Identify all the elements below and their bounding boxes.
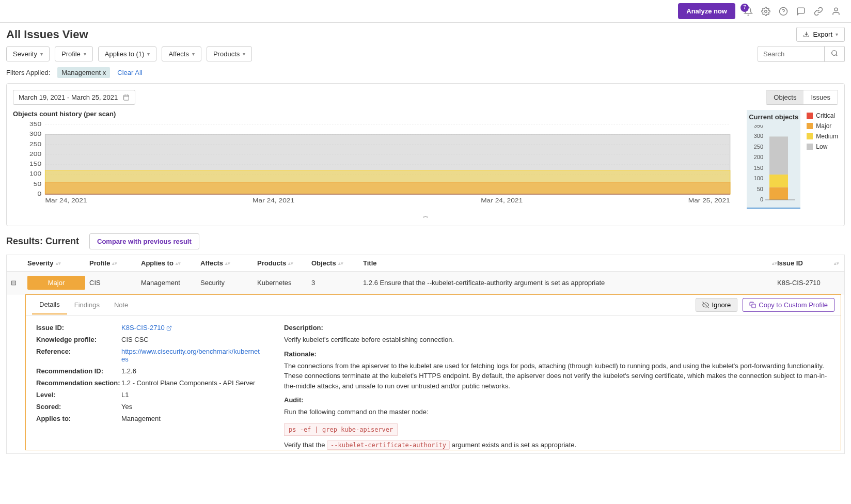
clear-all-link[interactable]: Clear All bbox=[117, 69, 142, 76]
svg-text:150: 150 bbox=[29, 161, 41, 167]
applied-label: Filters Applied: bbox=[6, 69, 50, 76]
history-chart: Objects count history (per scan) 0501001… bbox=[13, 110, 736, 209]
svg-point-3 bbox=[834, 8, 838, 11]
col-severity[interactable]: Severity▴▾ bbox=[27, 259, 89, 267]
analyze-button[interactable]: Analyze now bbox=[678, 3, 735, 19]
svg-line-51 bbox=[169, 326, 171, 328]
ignore-button[interactable]: Ignore bbox=[696, 298, 737, 312]
svg-rect-45 bbox=[769, 187, 788, 200]
argument-code: --kubelet-certificate-authority bbox=[327, 440, 450, 450]
gear-icon[interactable] bbox=[761, 7, 770, 16]
svg-text:0: 0 bbox=[37, 191, 41, 197]
external-link-icon bbox=[166, 325, 172, 331]
notifications-icon[interactable]: 7 bbox=[744, 7, 753, 16]
collapse-row-icon[interactable]: ⊟ bbox=[11, 279, 27, 287]
search-icon bbox=[831, 50, 838, 57]
filter-chip-management[interactable]: Management x bbox=[57, 67, 110, 78]
results-title: Results: Current bbox=[6, 236, 79, 247]
svg-text:250: 250 bbox=[754, 144, 763, 150]
svg-point-5 bbox=[832, 51, 837, 55]
svg-marker-29 bbox=[45, 182, 730, 194]
issue-id-link[interactable]: K8S-CIS-2710 bbox=[121, 324, 165, 332]
col-issue-id[interactable]: Issue ID▴▾ bbox=[777, 259, 839, 267]
col-title[interactable]: Title▴▾ bbox=[363, 259, 777, 267]
applied-filters: Filters Applied: Management x Clear All bbox=[6, 67, 845, 78]
svg-text:0: 0 bbox=[760, 196, 763, 202]
svg-text:Mar 25, 2021: Mar 25, 2021 bbox=[688, 197, 730, 203]
svg-text:200: 200 bbox=[754, 154, 763, 160]
tab-findings[interactable]: Findings bbox=[67, 296, 107, 314]
calendar-icon bbox=[123, 94, 130, 101]
detail-panel: Details Findings Note Ignore Copy to Cus… bbox=[25, 294, 841, 450]
col-profile[interactable]: Profile▴▾ bbox=[89, 259, 141, 267]
tab-note[interactable]: Note bbox=[107, 296, 135, 314]
compare-button[interactable]: Compare with previous result bbox=[89, 233, 199, 249]
view-toggle: Objects Issues bbox=[766, 90, 838, 105]
filter-severity[interactable]: Severity▾ bbox=[6, 46, 50, 61]
collapse-chart-icon[interactable]: ︽ bbox=[13, 212, 838, 219]
col-objects[interactable]: Objects▴▾ bbox=[311, 259, 363, 267]
filter-applies-to[interactable]: Applies to (1)▾ bbox=[98, 46, 157, 61]
copy-icon bbox=[749, 302, 756, 308]
svg-text:Mar 24, 2021: Mar 24, 2021 bbox=[481, 197, 523, 203]
filter-products[interactable]: Products▾ bbox=[207, 46, 252, 61]
toggle-objects[interactable]: Objects bbox=[766, 90, 803, 104]
col-applies-to[interactable]: Applies to▴▾ bbox=[141, 259, 200, 267]
col-products[interactable]: Products▴▾ bbox=[257, 259, 311, 267]
svg-text:100: 100 bbox=[29, 171, 41, 177]
link-icon[interactable] bbox=[814, 7, 823, 16]
date-range-picker[interactable]: March 19, 2021 - March 25, 2021 bbox=[13, 90, 135, 105]
svg-text:50: 50 bbox=[34, 181, 41, 187]
svg-text:300: 300 bbox=[754, 133, 763, 139]
page-title: All Issues View bbox=[6, 28, 88, 41]
export-button[interactable]: Export▾ bbox=[796, 27, 845, 42]
svg-line-6 bbox=[836, 55, 838, 56]
filter-bar: Severity▾ Profile▾ Applies to (1)▾ Affec… bbox=[6, 46, 845, 62]
reference-link[interactable]: https://www.cisecurity.org/benchmark/kub… bbox=[121, 348, 260, 363]
chat-icon[interactable] bbox=[796, 7, 806, 16]
svg-text:100: 100 bbox=[754, 175, 763, 181]
chart-legend: Critical Major Medium Low bbox=[807, 110, 838, 150]
svg-rect-50 bbox=[752, 304, 755, 308]
chart-card: March 19, 2021 - March 25, 2021 Objects … bbox=[6, 83, 845, 226]
results-table: Severity▴▾ Profile▴▾ Applies to▴▾ Affect… bbox=[6, 255, 845, 454]
table-row[interactable]: ⊟ Major CIS Management Security Kubernet… bbox=[7, 272, 844, 294]
current-objects-chart: Current objects 050100150200250300350 bbox=[747, 110, 800, 209]
svg-text:250: 250 bbox=[29, 141, 41, 147]
svg-rect-46 bbox=[769, 175, 788, 187]
severity-badge: Major bbox=[27, 276, 85, 290]
col-affects[interactable]: Affects▴▾ bbox=[200, 259, 257, 267]
search-button[interactable] bbox=[825, 46, 845, 62]
audit-command: ps -ef | grep kube-apiserver bbox=[284, 423, 398, 436]
copy-profile-button[interactable]: Copy to Custom Profile bbox=[743, 298, 834, 312]
svg-rect-7 bbox=[124, 95, 129, 100]
svg-text:150: 150 bbox=[754, 165, 763, 171]
tab-details[interactable]: Details bbox=[32, 295, 67, 314]
user-icon[interactable] bbox=[831, 7, 841, 16]
topbar: Analyze now 7 bbox=[0, 0, 851, 23]
svg-text:Mar 24, 2021: Mar 24, 2021 bbox=[253, 197, 294, 203]
eye-off-icon bbox=[702, 302, 709, 308]
svg-text:Mar 24, 2021: Mar 24, 2021 bbox=[45, 197, 87, 203]
filter-affects[interactable]: Affects▾ bbox=[162, 46, 201, 61]
svg-text:350: 350 bbox=[29, 122, 41, 128]
svg-text:300: 300 bbox=[29, 131, 41, 137]
toggle-issues[interactable]: Issues bbox=[803, 90, 838, 104]
svg-text:50: 50 bbox=[757, 186, 763, 192]
svg-point-0 bbox=[765, 10, 767, 12]
svg-text:200: 200 bbox=[29, 151, 41, 157]
help-icon[interactable] bbox=[779, 7, 788, 16]
download-icon bbox=[803, 31, 810, 38]
svg-text:350: 350 bbox=[754, 125, 763, 129]
search-input[interactable] bbox=[758, 46, 825, 62]
filter-profile[interactable]: Profile▾ bbox=[55, 46, 93, 61]
notification-badge: 7 bbox=[740, 4, 749, 12]
chevron-down-icon: ▾ bbox=[836, 32, 838, 37]
svg-rect-47 bbox=[769, 136, 788, 175]
